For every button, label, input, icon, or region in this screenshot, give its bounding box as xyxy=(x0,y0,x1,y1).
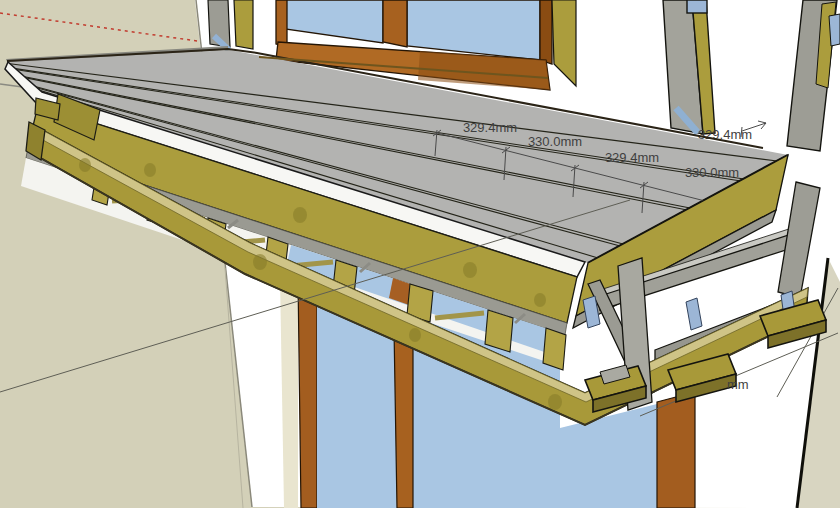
lower-window-mullion-2 xyxy=(657,392,695,508)
model-canvas[interactable]: 329.4mm xyxy=(0,0,840,508)
upper-window-stile-right xyxy=(540,0,552,64)
dimension-label-3: 329.4mm xyxy=(605,150,659,165)
upper-window-mullion xyxy=(383,0,407,47)
upper-window-stile-left xyxy=(276,0,287,47)
lower-window-stile xyxy=(298,278,317,508)
column-a-blue-cap xyxy=(687,0,707,13)
dimension-label-4: 330.0mm xyxy=(685,165,739,180)
sketchup-viewport[interactable]: 329.4mm xyxy=(0,0,840,508)
plywood-post-top xyxy=(234,0,253,49)
dimension-label-1: 329.4mm xyxy=(463,120,517,135)
dimension-label-2: 330.0mm xyxy=(528,134,582,149)
steel-column-a xyxy=(663,0,715,134)
column-b-blue-clip xyxy=(829,14,840,46)
dimension-label-occluded: mm xyxy=(727,377,749,392)
